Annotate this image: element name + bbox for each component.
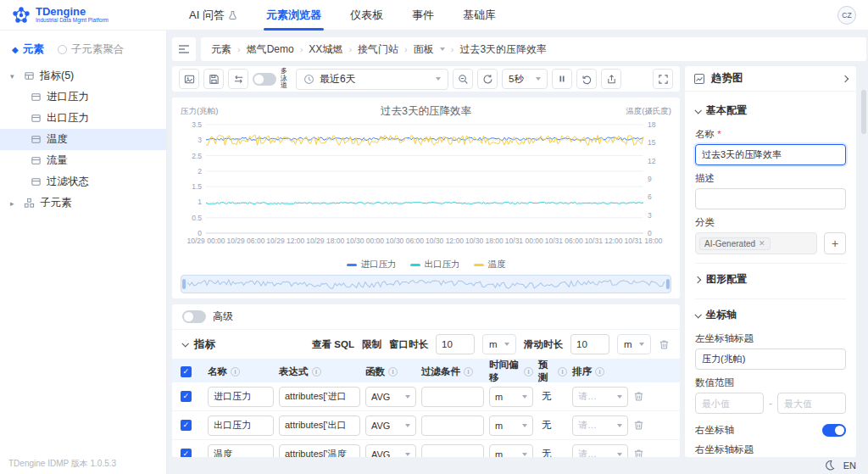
graph-config-section[interactable]: 图形配置 — [695, 263, 846, 290]
forecast-value[interactable]: 无 — [538, 448, 567, 457]
description-input[interactable] — [695, 188, 846, 209]
offset-unit-select[interactable]: m — [489, 444, 533, 458]
category-select[interactable]: AI-Generated✕ — [695, 232, 817, 254]
delete-row-button[interactable] — [633, 420, 654, 431]
nav-element-browser[interactable]: 元素浏览器 — [252, 0, 336, 31]
info-icon[interactable] — [388, 367, 398, 376]
language-switch[interactable]: EN — [843, 460, 856, 471]
basic-config-section[interactable]: 基本配置 — [695, 95, 846, 121]
breadcrumb-item[interactable]: 燃气Demo — [247, 42, 294, 57]
metric-expression-input[interactable] — [279, 444, 360, 458]
view-sql-button[interactable]: 查看 SQL — [312, 338, 354, 351]
tree-item-inlet-pressure[interactable]: 进口压力 — [0, 86, 166, 108]
sort-select[interactable]: 请选择 — [572, 387, 628, 407]
info-icon[interactable] — [524, 367, 533, 376]
dark-mode-icon[interactable] — [824, 460, 835, 471]
function-select[interactable]: AVG — [365, 444, 416, 458]
axis-config-section[interactable]: 坐标轴 — [695, 298, 846, 326]
mode-subelement-aggregation[interactable]: 子元素聚合 — [58, 42, 125, 57]
nav-dashboard[interactable]: 仪表板 — [336, 0, 398, 31]
add-category-button[interactable]: + — [824, 232, 846, 254]
tree-node-metrics[interactable]: ▾ 指标(5) — [0, 65, 166, 86]
breadcrumb-item[interactable]: 接气门站 — [358, 42, 398, 57]
time-range-picker[interactable]: 最近6天 — [296, 69, 448, 90]
breadcrumb-item[interactable]: XX城燃 — [309, 42, 342, 57]
metric-name-input[interactable] — [208, 415, 274, 436]
panel-collapse-icon[interactable] — [842, 75, 849, 81]
mode-element[interactable]: ◆ 元素 — [12, 42, 44, 57]
multi-lane-toggle[interactable] — [253, 73, 276, 86]
range-min-input[interactable] — [695, 393, 764, 414]
forecast-value[interactable]: 无 — [538, 419, 567, 432]
metric-name-input[interactable] — [208, 387, 274, 407]
breadcrumb-item[interactable]: 元素 — [211, 42, 231, 57]
refresh-button[interactable] — [477, 69, 498, 89]
legend-item[interactable]: 温度 — [474, 259, 506, 270]
slide-unit-select[interactable]: m — [617, 334, 651, 354]
info-icon[interactable] — [595, 367, 604, 376]
name-input[interactable] — [695, 144, 846, 165]
tree-item-flow[interactable]: 流量 — [0, 150, 166, 171]
filter-input[interactable] — [421, 415, 484, 436]
window-unit-select[interactable]: m — [482, 334, 516, 354]
nav-events[interactable]: 事件 — [398, 0, 448, 31]
window-duration-input[interactable] — [436, 334, 475, 354]
refresh-interval-select[interactable]: 5秒 — [502, 69, 548, 89]
delete-row-button[interactable] — [633, 391, 654, 402]
delete-all-metrics-button[interactable] — [659, 339, 670, 350]
filter-input[interactable] — [421, 387, 484, 407]
legend-item[interactable]: 出口压力 — [410, 259, 460, 270]
limit-button[interactable]: 限制 — [362, 338, 381, 351]
forecast-value[interactable]: 无 — [538, 390, 567, 403]
nav-library[interactable]: 基础库 — [448, 0, 510, 31]
tree-node-subelements[interactable]: ▸ 子元素 — [0, 192, 166, 214]
save-button[interactable] — [203, 69, 224, 89]
tree-item-temperature[interactable]: 温度 — [0, 129, 166, 150]
row-checkbox[interactable] — [181, 391, 192, 402]
metric-expression-input[interactable] — [279, 415, 360, 436]
sort-select[interactable]: 请选择 — [572, 444, 628, 458]
app-logo[interactable]: TDengine Industrial Data Mgmt Platform — [12, 6, 108, 25]
info-icon[interactable] — [231, 367, 240, 376]
pause-button[interactable] — [552, 69, 572, 89]
snapshot-button[interactable] — [179, 69, 199, 89]
breadcrumb-item-panel[interactable]: 面板 — [414, 42, 434, 57]
transfer-button[interactable] — [228, 69, 248, 89]
info-icon[interactable] — [464, 367, 473, 376]
offset-unit-select[interactable]: m — [489, 415, 533, 436]
offset-unit-select[interactable]: m — [489, 387, 533, 407]
page-scrollbar[interactable] — [861, 66, 866, 457]
row-checkbox[interactable] — [181, 420, 192, 431]
export-button[interactable] — [601, 69, 621, 89]
undo-button[interactable] — [576, 69, 597, 89]
user-avatar[interactable]: CZ — [837, 6, 856, 25]
right-axis-toggle[interactable] — [822, 424, 846, 437]
trend-chart-plot[interactable]: 00.511.522.533.5036912151810/29 00:0010/… — [181, 120, 670, 255]
row-checkbox[interactable] — [181, 449, 192, 457]
info-icon[interactable] — [312, 367, 321, 376]
function-select[interactable]: AVG — [365, 415, 416, 436]
zoom-out-button[interactable] — [453, 69, 473, 89]
sidebar-collapse-button[interactable] — [172, 37, 196, 61]
fullscreen-button[interactable] — [653, 69, 673, 89]
function-select[interactable]: AVG — [365, 387, 416, 407]
chevron-down-icon[interactable] — [181, 340, 188, 347]
legend-item[interactable]: 进口压力 — [347, 259, 397, 270]
delete-row-button[interactable] — [633, 449, 654, 457]
tree-item-filter-status[interactable]: 过滤状态 — [0, 171, 166, 192]
scrollbar-thumb[interactable] — [861, 90, 866, 134]
nav-ai-qa[interactable]: AI 问答 — [175, 0, 252, 31]
select-all-checkbox[interactable] — [181, 366, 192, 377]
metric-expression-input[interactable] — [279, 387, 360, 407]
slide-duration-input[interactable] — [570, 334, 609, 354]
filter-input[interactable] — [421, 444, 484, 458]
left-axis-title-input[interactable] — [695, 349, 846, 370]
chevron-down-icon[interactable] — [440, 47, 445, 51]
metric-name-input[interactable] — [208, 444, 274, 458]
range-max-input[interactable] — [777, 393, 846, 414]
chart-brush[interactable] — [181, 275, 671, 293]
sort-select[interactable]: 请选择 — [572, 415, 628, 436]
tag-close-icon[interactable]: ✕ — [759, 239, 765, 248]
tree-item-outlet-pressure[interactable]: 出口压力 — [0, 108, 166, 129]
info-icon[interactable] — [558, 367, 567, 376]
